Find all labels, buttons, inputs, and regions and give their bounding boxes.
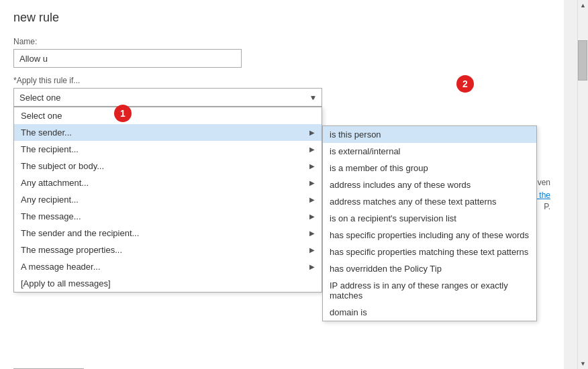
dropdown-selected-text: Select one [19,93,60,103]
apply-rule-dropdown[interactable]: Select one ▼ [13,88,322,107]
sub-item-domain-is[interactable]: domain is [323,304,536,321]
dropdown-item-recipient[interactable]: The recipient... ▶ [14,141,322,158]
dropdown-item-subject-body[interactable]: The subject or body... ▶ [14,158,322,174]
name-label: Name: [13,37,550,46]
scroll-down-button[interactable]: ▼ [578,358,588,369]
sub-item-address-patterns[interactable]: address matches any of these text patter… [323,193,536,210]
dropdown-item-select-one[interactable]: Select one [14,107,322,124]
dropdown-item-any-recipient[interactable]: Any recipient... ▶ [14,191,322,208]
dropdown-item-sender[interactable]: The sender... ▶ [14,124,322,141]
dropdown-arrow-icon: ▼ [309,94,316,101]
sub-dropdown-list: is this person is external/internal is a… [322,125,537,321]
page-title: new rule [13,11,550,25]
main-dropdown-list: Select one The sender... ▶ The recipient… [13,107,322,293]
dropdown-item-message-properties[interactable]: The message properties... ▶ [14,242,322,258]
submenu-arrow-icon: ▶ [309,213,315,220]
main-panel: new rule Name: *Apply this rule if... Se… [0,0,564,369]
sub-item-properties-words[interactable]: has specific properties including any of… [323,227,536,244]
sub-item-member-group[interactable]: is a member of this group [323,160,536,176]
submenu-arrow-icon: ▶ [309,196,315,203]
sub-item-address-words[interactable]: address includes any of these words [323,176,536,193]
apply-rule-dropdown-wrapper: Select one ▼ Select one The sender... ▶ … [13,88,322,107]
sub-item-ip-address[interactable]: IP address is in any of these ranges or … [323,277,536,304]
dropdown-item-apply-all[interactable]: [Apply to all messages] [14,275,322,292]
scrollbar[interactable]: ▲ ▼ [577,0,588,369]
submenu-arrow-icon: ▶ [309,129,315,136]
scroll-up-button[interactable]: ▲ [578,0,588,11]
dropdown-item-message[interactable]: The message... ▶ [14,208,322,225]
submenu-arrow-icon: ▶ [309,246,315,254]
submenu-arrow-icon: ▶ [309,263,315,270]
submenu-arrow-icon: ▶ [309,179,315,187]
submenu-arrow-icon: ▶ [309,229,315,237]
sub-item-is-this-person[interactable]: is this person [323,126,536,143]
scrollbar-thumb[interactable] [578,40,587,81]
dropdown-item-message-header[interactable]: A message header... ▶ [14,258,322,275]
badge-1: 1 [114,105,132,122]
badge-2: 2 [456,75,474,93]
dropdown-item-sender-recipient[interactable]: The sender and the recipient... ▶ [14,225,322,242]
name-input[interactable] [13,49,242,68]
sub-item-overridden-policy[interactable]: has overridden the Policy Tip [323,260,536,277]
sub-item-properties-patterns[interactable]: has specific properties matching these t… [323,244,536,260]
sub-item-external-internal[interactable]: is external/internal [323,143,536,160]
submenu-arrow-icon: ▶ [309,146,315,153]
submenu-arrow-icon: ▶ [309,162,315,170]
sub-item-supervision-list[interactable]: is on a recipient's supervision list [323,210,536,227]
dropdown-item-any-attachment[interactable]: Any attachment... ▶ [14,174,322,191]
